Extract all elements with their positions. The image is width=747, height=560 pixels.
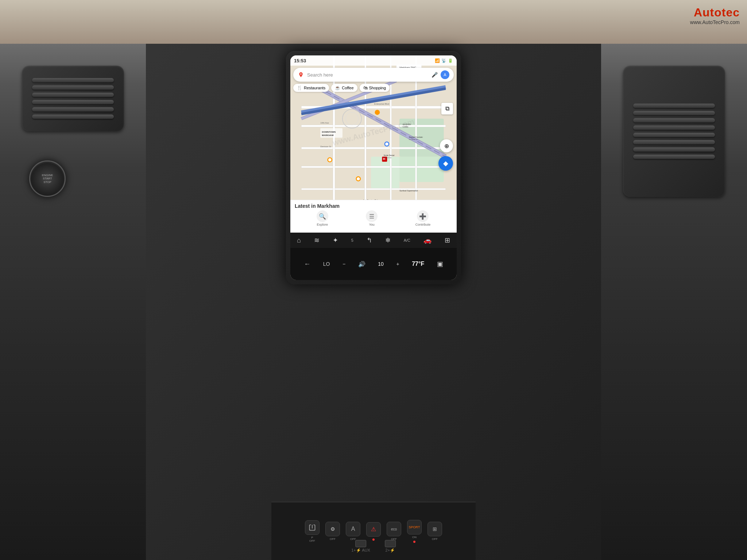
map-layers-icon: ⧉ — [445, 105, 449, 112]
gear-btn-icon: ⚙ — [325, 522, 340, 536]
nav-explore[interactable]: 🔍 Explore — [317, 210, 328, 226]
filter-restaurants[interactable]: 🍴 Restaurants — [293, 84, 329, 92]
status-right: 📶 📡 🔋 — [435, 58, 453, 63]
bottom-nav-icons: 🔍 Explore ☰ You ➕ Contribu — [290, 210, 457, 226]
svg-text:Sunfood Supermarket: Sunfood Supermarket — [399, 190, 418, 192]
dashboard: ENGINESTARTSTOP — [0, 0, 747, 560]
vent-slat — [633, 125, 715, 130]
svg-text:MARKHAM: MARKHAM — [322, 134, 334, 136]
power-btn-icon — [305, 520, 320, 535]
filter-shopping-label: Shopping — [369, 86, 386, 90]
sport-btn-icon: SPORT — [407, 520, 422, 534]
autotec-name-part2: tec — [722, 6, 740, 19]
phys-btn-hazard[interactable]: ⚠ — [366, 522, 381, 541]
you-label: You — [369, 223, 375, 226]
shopping-icon: 🛍 — [363, 85, 368, 90]
svg-text:HAGERN: HAGERN — [403, 123, 411, 125]
svg-point-26 — [385, 143, 388, 146]
navigation-mode-icon[interactable]: ↰ — [367, 236, 372, 244]
phys-btn-power[interactable]: POFF — [305, 520, 320, 542]
svg-rect-8 — [301, 188, 446, 190]
screen-bezel: Enterprise Blvd 14th Ave Denison St DOWN… — [286, 51, 461, 284]
search-bar[interactable]: Search here 🎤 A — [293, 68, 454, 82]
phys-btn-auto[interactable]: A OFF — [346, 522, 360, 541]
phys-btn-sport[interactable]: SPORT ON — [407, 520, 422, 543]
contribute-icon: ➕ — [419, 213, 426, 220]
climate-icon[interactable]: ≋ — [314, 236, 320, 244]
map-layers-button[interactable]: ⧉ — [441, 103, 453, 114]
profile-icon[interactable]: A — [441, 70, 449, 79]
fan-level-label: 5 — [351, 238, 353, 242]
vent-slat — [633, 104, 715, 108]
restaurant-icon: 🍴 — [297, 85, 302, 90]
signal-icon: 📶 — [435, 58, 440, 63]
svg-point-24 — [375, 110, 380, 115]
contribute-label: Contribute — [415, 223, 431, 226]
screen-toggle-icon[interactable]: ▣ — [437, 260, 443, 268]
power-btn-label: POFF — [309, 536, 315, 542]
crosshair-icon: ⊕ — [444, 143, 449, 149]
phys-btn-eco[interactable]: eco OFF — [387, 522, 401, 541]
eco-btn-icon: eco — [387, 522, 401, 536]
home-icon[interactable]: ⌂ — [297, 237, 301, 244]
svg-text:Smile Dental: Smile Dental — [384, 154, 394, 156]
svg-rect-5 — [301, 125, 446, 127]
hazard-btn-icon: ⚠ — [366, 522, 381, 537]
gear-btn-label: OFF — [330, 537, 336, 541]
left-vent — [22, 66, 124, 131]
right-vent — [623, 66, 725, 197]
vent-slat — [32, 85, 114, 90]
ceiling — [0, 0, 747, 44]
temperature-display: 77°F — [412, 261, 424, 267]
android-bar: ⌂ ≋ ✦ 5 ↰ ❄ A/C 🚗 ⊞ — [290, 233, 457, 248]
back-icon[interactable]: ← — [304, 260, 310, 268]
svg-text:Enterprise Blvd: Enterprise Blvd — [374, 103, 389, 105]
microphone-icon[interactable]: 🎤 — [431, 72, 438, 78]
search-input[interactable]: Search here — [307, 72, 431, 78]
status-bar: 15:53 📶 📡 🔋 — [290, 55, 457, 66]
grid-btn-icon: ⊞ — [427, 522, 442, 536]
filter-shopping[interactable]: 🛍 Shopping — [360, 84, 390, 92]
usb-port-2-icon — [385, 540, 396, 547]
usb-port-1-icon — [355, 540, 366, 547]
engine-start-button[interactable]: ENGINESTARTSTOP — [29, 160, 66, 197]
usb-ports-area: 1+⚡ AUX 2+⚡ — [351, 540, 396, 553]
filter-bar: 🍴 Restaurants ☕ Coffee 🛍 Shopping — [293, 84, 454, 92]
explore-icon: 🔍 — [319, 213, 326, 220]
profile-initial: A — [444, 73, 446, 77]
svg-text:Denison St: Denison St — [320, 145, 331, 148]
latest-title: Latest in Markham — [290, 200, 457, 210]
car-icon[interactable]: 🚗 — [423, 236, 431, 244]
svg-rect-2 — [399, 157, 444, 182]
you-icon: ☰ — [369, 213, 374, 220]
apps-grid-icon[interactable]: ⊞ — [445, 236, 450, 244]
phys-btn-grid[interactable]: ⊞ OFF — [427, 522, 442, 541]
nav-you[interactable]: ☰ You — [366, 210, 378, 226]
autotec-name-part1: Auto — [694, 6, 722, 19]
filter-restaurants-label: Restaurants — [304, 86, 325, 90]
phys-btn-gear[interactable]: ⚙ OFF — [325, 522, 340, 541]
explore-label: Explore — [317, 223, 328, 226]
grid-btn-label: OFF — [432, 537, 438, 541]
ac-icon[interactable]: ❄ — [385, 236, 391, 244]
vent-slat — [32, 93, 114, 97]
vent-slat — [633, 155, 715, 159]
screen: Enterprise Blvd 14th Ave Denison St DOWN… — [290, 55, 457, 280]
location-track-button[interactable]: ⊕ — [440, 139, 453, 152]
fan-icon[interactable]: ✦ — [333, 236, 338, 244]
nav-contribute[interactable]: ➕ Contribute — [415, 210, 431, 226]
usb-port-1: 1+⚡ AUX — [351, 540, 370, 553]
volume-minus-button[interactable]: − — [342, 261, 345, 267]
you-icon-circle: ☰ — [366, 210, 378, 222]
autotec-url: www.AutoTecPro.com — [690, 19, 740, 25]
map-bottom-panel: Latest in Markham 🔍 Explore ☰ You — [290, 200, 457, 233]
navigation-button[interactable]: ◆ — [438, 156, 453, 171]
filter-coffee[interactable]: ☕ Coffee — [331, 84, 357, 92]
autotec-logo: Autotec www.AutoTecPro.com — [690, 6, 740, 25]
volume-level-display: 10 — [378, 261, 384, 267]
vent-slat — [32, 100, 114, 104]
filter-coffee-label: Coffee — [342, 86, 353, 90]
wifi-icon: 📡 — [441, 58, 446, 63]
volume-plus-button[interactable]: + — [396, 261, 399, 267]
vent-slat — [32, 107, 114, 112]
